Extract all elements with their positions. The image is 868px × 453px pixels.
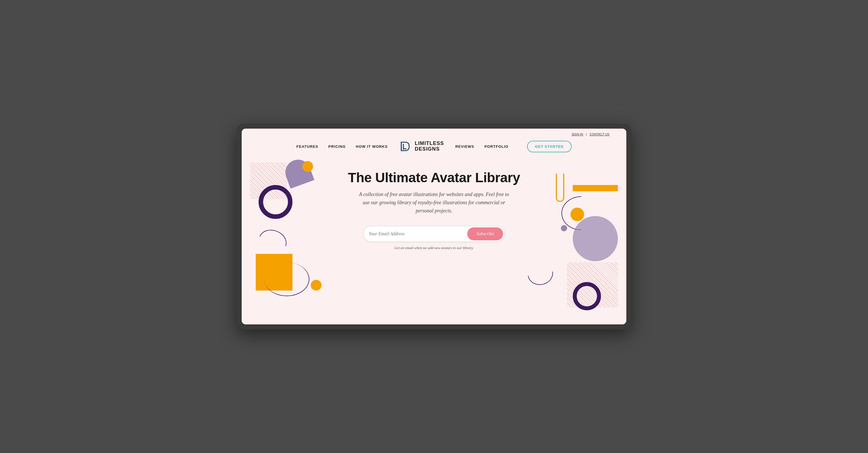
subscribe-form: Subscribe bbox=[364, 226, 504, 242]
logo-icon bbox=[399, 140, 412, 153]
nav-right: REVIEWS PORTFOLIO GET STARTED bbox=[455, 141, 571, 152]
device-frame: SIGN IN | CONTACT US FEATURES PRICING HO… bbox=[237, 124, 631, 329]
hero-subtitle: A collection of free avatar illustration… bbox=[358, 190, 510, 215]
nav-how-it-works[interactable]: HOW IT WORKS bbox=[356, 144, 388, 149]
logo[interactable]: LIMITLESS DESIGNS bbox=[399, 140, 444, 153]
svg-rect-2 bbox=[403, 148, 406, 149]
get-started-button[interactable]: GET STARTED bbox=[527, 141, 571, 152]
logo-text: LIMITLESS DESIGNS bbox=[415, 141, 444, 152]
deco-orange-dot-left bbox=[311, 280, 321, 291]
logo-text-top: LIMITLESS bbox=[415, 141, 444, 146]
email-input[interactable] bbox=[369, 229, 467, 239]
navbar: FEATURES PRICING HOW IT WORKS LIMITLESS … bbox=[242, 129, 626, 158]
nav-reviews[interactable]: REVIEWS bbox=[455, 144, 474, 149]
deco-orange-square bbox=[256, 254, 292, 291]
form-hint: Get an email when we add new avatars to … bbox=[394, 246, 473, 250]
hero-section: The Ultimate Avatar Library A collection… bbox=[242, 158, 626, 256]
logo-text-bottom: DESIGNS bbox=[415, 146, 444, 152]
hero-title: The Ultimate Avatar Library bbox=[348, 170, 520, 185]
deco-pink-rect-right bbox=[567, 262, 618, 307]
deco-curve-right-bottom bbox=[526, 260, 555, 287]
deco-curve-left-bottom bbox=[264, 262, 309, 296]
nav-left: FEATURES PRICING HOW IT WORKS bbox=[297, 144, 388, 149]
deco-purple-ring-right bbox=[573, 282, 601, 310]
subscribe-button[interactable]: Subscribe bbox=[467, 228, 503, 240]
nav-pricing[interactable]: PRICING bbox=[328, 144, 345, 149]
nav-portfolio[interactable]: PORTFOLIO bbox=[485, 144, 508, 149]
screen: SIGN IN | CONTACT US FEATURES PRICING HO… bbox=[242, 129, 626, 324]
nav-features[interactable]: FEATURES bbox=[297, 144, 318, 149]
